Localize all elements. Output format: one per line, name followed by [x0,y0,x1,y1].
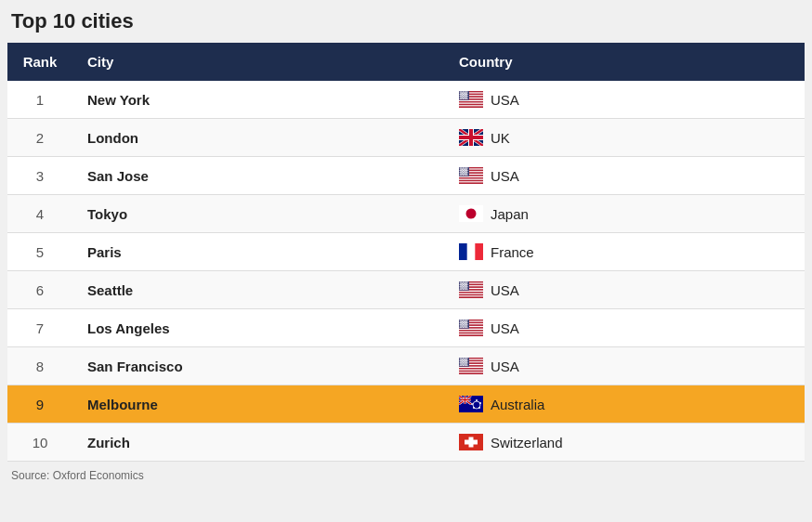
svg-point-112 [464,175,465,176]
svg-rect-238 [459,373,483,374]
table-row: 4Tokyo Japan [7,195,805,233]
svg-point-29 [465,94,466,95]
rank-cell: 10 [7,424,72,462]
svg-point-52 [466,98,467,99]
svg-point-278 [466,365,467,366]
country-cell: Australia [444,385,805,423]
flag-icon [459,396,483,412]
svg-rect-73 [459,181,483,182]
svg-rect-236 [459,371,483,372]
svg-rect-184 [459,333,483,334]
svg-point-107 [465,173,465,174]
svg-rect-233 [459,367,483,368]
svg-point-90 [464,170,465,171]
svg-rect-128 [459,292,483,293]
table-row: 6Seattle [7,271,805,309]
svg-point-266 [465,362,466,363]
svg-point-168 [461,289,462,290]
svg-point-212 [464,324,465,325]
svg-rect-130 [459,294,483,295]
svg-point-94 [462,171,463,172]
country-cell: USA [444,271,805,308]
svg-rect-70 [459,177,483,178]
svg-point-192 [466,320,467,320]
table-row: 8San Francisco [7,347,805,385]
svg-rect-118 [459,243,467,260]
svg-point-96 [465,171,465,172]
svg-point-35 [466,95,467,96]
svg-point-241 [461,358,462,359]
source-note: Source: Oxford Economics [7,469,805,482]
country-name: USA [491,320,519,336]
svg-point-217 [463,325,464,326]
svg-point-187 [460,320,461,320]
svg-point-146 [461,284,462,285]
svg-point-84 [463,169,464,170]
flag-icon [459,91,483,108]
svg-point-149 [465,284,466,285]
svg-point-263 [461,362,462,363]
svg-rect-131 [459,295,483,296]
svg-point-246 [460,359,461,360]
svg-point-209 [460,324,461,325]
svg-point-282 [479,402,481,404]
svg-point-281 [476,399,478,401]
svg-rect-129 [459,293,483,294]
svg-point-78 [463,167,464,168]
svg-point-37 [461,96,462,97]
svg-point-275 [463,365,464,366]
svg-point-105 [462,173,463,174]
svg-point-223 [464,327,465,328]
svg-rect-294 [459,399,471,400]
svg-point-91 [465,170,466,171]
svg-rect-180 [459,329,483,330]
svg-point-18 [465,91,466,92]
svg-rect-74 [459,183,483,184]
svg-point-93 [460,171,461,172]
city-cell: Los Angeles [72,309,444,347]
svg-point-45 [465,97,465,98]
svg-point-16 [463,91,464,92]
svg-point-274 [461,365,462,366]
svg-point-272 [466,363,467,364]
table-row: 3San Jose [7,157,805,195]
table-row: 2London UK [7,119,805,157]
svg-point-254 [464,360,465,361]
svg-point-269 [462,363,463,364]
flag-icon [459,320,483,336]
svg-point-221 [461,327,462,328]
svg-point-108 [466,173,467,174]
svg-point-204 [460,323,461,324]
country-name: USA [491,92,519,108]
svg-point-92 [466,170,467,171]
svg-point-202 [465,322,466,323]
city-cell: Seattle [72,271,444,309]
svg-point-169 [463,289,464,290]
svg-point-116 [466,209,477,219]
svg-point-89 [463,170,464,171]
svg-point-95 [463,171,464,172]
svg-point-83 [462,169,463,170]
svg-point-46 [466,97,467,98]
svg-point-151 [460,285,461,286]
svg-point-33 [463,95,464,96]
rank-cell: 3 [7,157,72,195]
svg-point-164 [463,287,464,288]
svg-point-249 [465,359,465,360]
cities-table: Rank City Country 1New York [7,43,805,462]
svg-point-190 [464,320,465,320]
svg-point-197 [466,321,467,322]
svg-point-284 [473,407,475,409]
svg-point-210 [461,324,462,325]
svg-point-42 [460,97,461,98]
svg-point-172 [466,289,467,290]
svg-point-259 [463,361,464,362]
flag-icon [459,129,483,146]
svg-rect-234 [459,368,483,369]
rank-cell: 8 [7,347,72,385]
country-name: France [491,244,534,260]
svg-point-134 [460,281,461,282]
svg-point-14 [460,91,461,92]
svg-rect-71 [459,178,483,179]
svg-point-34 [465,95,465,96]
